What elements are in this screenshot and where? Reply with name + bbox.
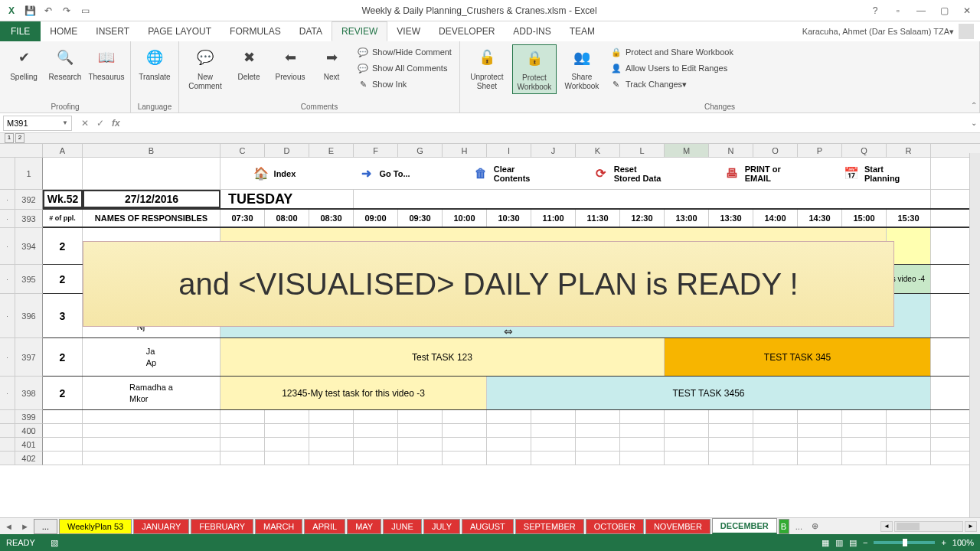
next-button[interactable]: ➡Next [312,44,351,83]
cell[interactable] [43,410,83,423]
sheet-tab-jan[interactable]: JANUARY [133,519,189,534]
fx-icon[interactable]: fx [112,118,120,129]
sheet-tab-sep[interactable]: SEPTEMBER [515,519,584,534]
col-D[interactable]: D [265,144,309,157]
day-cell[interactable]: TUESDAY [220,190,354,208]
print-email-button[interactable]: 🖶PRINT or EMAIL [717,164,786,184]
cell[interactable] [443,424,487,437]
cell[interactable] [665,438,709,451]
cell[interactable] [265,438,309,451]
index-button[interactable]: 🏠Index [247,164,301,184]
task-cell[interactable]: 12345-My test task for this video -3 [220,377,487,409]
sheet-tab-jul[interactable]: JULY [423,519,460,534]
row-392[interactable]: 392 [15,190,43,210]
sheet-tab-more-right[interactable]: ... [791,522,807,531]
cell[interactable] [709,424,753,437]
cell[interactable] [753,424,798,437]
save-icon[interactable]: 💾 [21,2,38,19]
cell[interactable] [842,410,887,423]
col-J[interactable]: J [531,144,576,157]
cell[interactable] [709,452,753,465]
row-398[interactable]: 398 [15,377,43,410]
enter-formula-icon[interactable]: ✓ [96,118,104,129]
date-cell[interactable]: 27/12/2016 [83,190,220,208]
cell[interactable] [354,410,398,423]
cell[interactable] [842,438,887,451]
sheet-tab-dec[interactable]: DECEMBER [712,518,777,534]
cell[interactable] [398,424,443,437]
cell[interactable] [709,410,753,423]
cell[interactable] [487,410,531,423]
cell[interactable] [83,438,220,451]
name-box[interactable]: M391▼ [3,116,72,131]
zoom-out-icon[interactable]: − [863,538,867,547]
col-A[interactable]: A [43,144,83,157]
cell[interactable] [798,410,842,423]
row-1[interactable]: 1 [15,158,43,190]
cell[interactable] [798,424,842,437]
show-ink-button[interactable]: ✎Show Ink [354,77,455,92]
horizontal-scrollbar[interactable] [894,521,963,532]
outline-level-1[interactable]: 1 [5,133,14,143]
cell[interactable] [753,438,798,451]
tab-addins[interactable]: ADD-INS [504,21,560,41]
start-planning-button[interactable]: 📅Start Planning [837,164,904,184]
goto-button[interactable]: ➜Go To... [352,164,415,184]
cell[interactable] [265,424,309,437]
help-icon[interactable]: ? [865,3,885,18]
cancel-formula-icon[interactable]: ✕ [81,118,89,129]
cell[interactable] [620,452,665,465]
tab-home[interactable]: HOME [41,21,87,41]
col-I[interactable]: I [487,144,531,157]
row-400[interactable]: 400 [15,424,43,438]
sheet-tab-more[interactable]: ... [34,519,57,534]
tab-insert[interactable]: INSERT [87,21,139,41]
cell[interactable] [354,424,398,437]
cell[interactable] [798,452,842,465]
tab-formulas[interactable]: FORMULAS [220,21,290,41]
time-header[interactable]: 11:30 [576,210,620,227]
cell[interactable] [531,452,576,465]
cell[interactable] [576,410,620,423]
time-header[interactable]: 07:30 [220,210,265,227]
cell[interactable] [309,424,354,437]
expand-formula-icon[interactable]: ⌄ [971,119,977,127]
clear-button[interactable]: 🗑Clear Contents [466,164,535,184]
col-E[interactable]: E [309,144,354,157]
col-P[interactable]: P [798,144,842,157]
ppl-cell[interactable]: 2 [43,228,83,264]
row-402[interactable]: 402 [15,452,43,465]
track-changes-button[interactable]: ✎Track Changes ▾ [607,77,737,92]
sheet-nav[interactable]: ◄► [0,522,34,531]
cell[interactable] [665,424,709,437]
time-header[interactable]: 08:00 [265,210,309,227]
time-header[interactable]: 09:00 [354,210,398,227]
cell[interactable] [220,452,265,465]
ppl-cell[interactable]: 2 [43,377,83,409]
sheet-tab-oct[interactable]: OCTOBER [586,519,644,534]
cell[interactable] [709,438,753,451]
sheet-tab-jun[interactable]: JUNE [383,519,422,534]
col-F[interactable]: F [354,144,398,157]
vertical-scrollbar[interactable] [969,153,980,517]
col-L[interactable]: L [620,144,665,157]
task-cell[interactable]: Test TASK 123 [220,338,665,376]
cell[interactable] [487,452,531,465]
cell[interactable] [309,438,354,451]
close-icon[interactable]: ✕ [957,3,977,18]
reset-button[interactable]: ⟳Reset Stored Data [586,164,666,184]
research-button[interactable]: 🔍Research [46,44,84,83]
tab-team[interactable]: TEAM [560,21,604,41]
row-394[interactable]: 394 [15,228,43,265]
protect-workbook-button[interactable]: 🔒Protect Workbook [512,44,557,94]
names-cell[interactable]: Ja Ap [83,338,220,376]
time-header[interactable]: 10:00 [443,210,487,227]
ppl-cell[interactable]: 3 [43,294,83,337]
time-header[interactable]: 12:30 [620,210,665,227]
sheet-tab-active[interactable]: WeeklyPlan 53 [59,519,132,534]
new-comment-button[interactable]: 💬New Comment [184,44,227,93]
col-B[interactable]: B [83,144,220,157]
cell[interactable] [576,452,620,465]
col-C[interactable]: C [220,144,265,157]
cell[interactable] [665,452,709,465]
